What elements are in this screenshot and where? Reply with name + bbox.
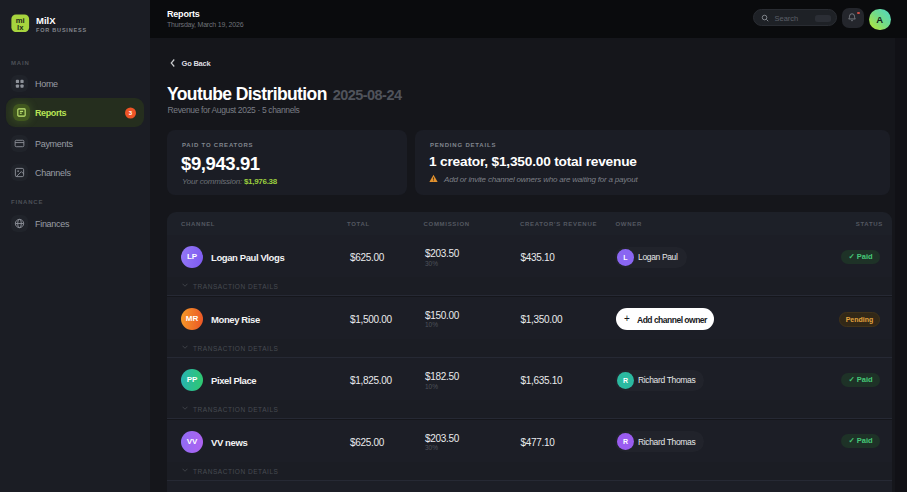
svg-text:lx: lx xyxy=(17,23,24,32)
